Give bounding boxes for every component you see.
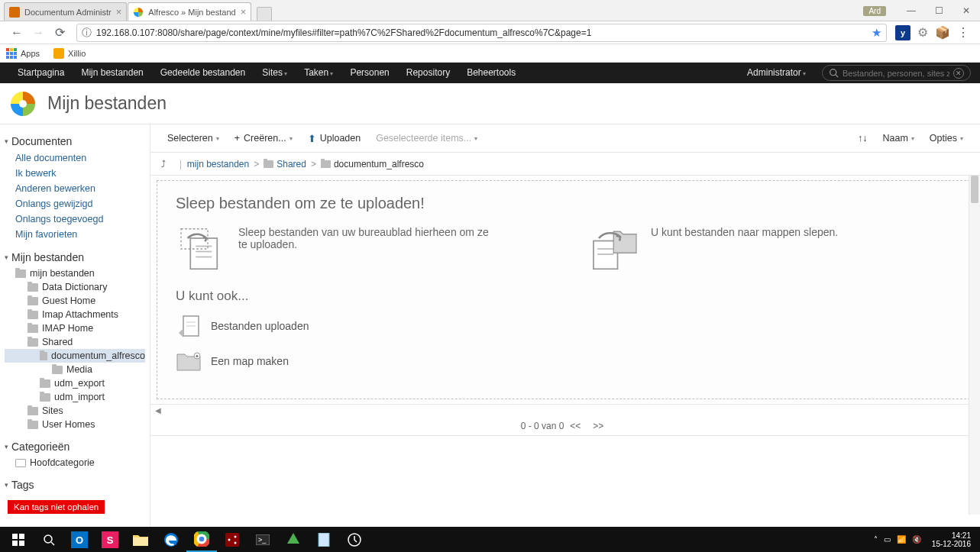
create-folder-action[interactable]: ✦ Een map maken [176, 350, 955, 373]
tree-folder[interactable]: documentum_alfresco [5, 349, 145, 363]
tree-folder[interactable]: User Homes [5, 418, 145, 431]
nav-mijn-bestanden[interactable]: Mijn bestanden [73, 63, 151, 83]
clock[interactable]: 14:21 15-12-2016 [932, 531, 971, 548]
sidebar-link[interactable]: Alle documenten [5, 150, 145, 166]
svg-point-40 [234, 541, 237, 544]
extension-icon[interactable]: ⚙ [915, 25, 930, 40]
tree-folder[interactable]: udm_import [5, 390, 145, 404]
bookmark-item[interactable]: Xillio [53, 48, 86, 59]
section-documenten[interactable]: Documenten [5, 135, 145, 147]
nav-taken[interactable]: Taken [296, 63, 341, 84]
apps-label: Apps [21, 49, 40, 58]
options-button[interactable]: Opties [922, 133, 971, 144]
url-field[interactable]: ⓘ 192.168.0.107:8080/share/page/context/… [76, 24, 887, 42]
tray-chevron-icon[interactable]: ˄ [874, 535, 878, 544]
apps-button[interactable]: Apps [6, 48, 40, 59]
task-chrome-icon[interactable] [186, 527, 217, 552]
tab-title: Documentum Administr [24, 8, 112, 17]
tab-close-icon[interactable]: × [116, 6, 122, 18]
nav-sites[interactable]: Sites [254, 63, 296, 84]
task-explorer-icon[interactable] [125, 527, 156, 552]
tree-folder[interactable]: udm_export [5, 376, 145, 390]
nav-startpagina[interactable]: Startpagina [9, 63, 73, 83]
task-search-button[interactable] [34, 527, 64, 552]
section-categorieen[interactable]: Categorieën [5, 441, 145, 453]
nav-personen[interactable]: Personen [341, 63, 397, 83]
sort-name-button[interactable]: Naam [875, 133, 922, 144]
extension-icon[interactable]: 📦 [935, 25, 950, 40]
tray-volume-icon[interactable]: 🔇 [912, 535, 921, 544]
window-minimize-button[interactable]: — [898, 2, 925, 19]
back-button[interactable]: ← [8, 24, 26, 42]
horizontal-scrollbar[interactable]: ◀ ▶ [150, 404, 980, 416]
sidebar-link[interactable]: Mijn favorieten [5, 227, 145, 242]
sort-direction-button[interactable]: ↑↓ [850, 133, 875, 144]
task-outlook-icon[interactable]: O [64, 527, 95, 552]
nav-beheertools[interactable]: Beheertools [458, 63, 524, 83]
window-maximize-button[interactable]: ☐ [925, 2, 953, 19]
sidebar-link[interactable]: Ik bewerk [5, 166, 145, 181]
site-info-icon[interactable]: ⓘ [82, 26, 92, 40]
bookmark-star-icon[interactable]: ★ [872, 26, 881, 40]
browser-tab[interactable]: Alfresco » Mijn bestand × [128, 2, 251, 21]
upload-files-action[interactable]: Bestanden uploaden [176, 313, 955, 339]
new-tab-button[interactable] [257, 7, 272, 21]
search-clear-icon[interactable]: ✕ [953, 68, 964, 79]
reload-button[interactable]: ⟳ [50, 24, 69, 42]
svg-rect-37 [225, 533, 239, 547]
breadcrumb-item[interactable]: Shared [277, 159, 306, 169]
page-prev-button[interactable]: << [570, 421, 581, 431]
sidebar-link[interactable]: Anderen bewerken [5, 181, 145, 196]
vertical-scrollbar[interactable] [969, 176, 980, 515]
scroll-left-icon[interactable]: ◀ [155, 406, 161, 415]
section-mijn-bestanden[interactable]: Mijn bestanden [5, 251, 145, 263]
task-edge-icon[interactable] [156, 527, 186, 552]
tree-folder[interactable]: mijn bestanden [5, 266, 145, 280]
page-next-button[interactable]: >> [593, 421, 603, 431]
sidebar-link[interactable]: Onlangs gewijzigd [5, 196, 145, 211]
task-terminal-icon[interactable]: >_ [247, 527, 278, 552]
forward-button[interactable]: → [29, 24, 47, 42]
tree-folder[interactable]: Guest Home [5, 294, 145, 308]
breadcrumb-up-icon[interactable]: ⤴ [161, 159, 166, 169]
selected-items-button[interactable]: Geselecteerde items... [368, 133, 485, 144]
browser-menu-button[interactable]: ⋮ [954, 24, 972, 42]
category-item[interactable]: Hoofdcategorie [5, 456, 145, 470]
tray-network-icon[interactable]: 📶 [897, 535, 906, 544]
folder-icon [321, 160, 331, 168]
extension-yammer-icon[interactable]: y [895, 25, 910, 40]
sidebar-link[interactable]: Onlangs toegevoegd [5, 211, 145, 227]
create-button[interactable]: +Creëren... [227, 133, 300, 144]
dropzone-desc: U kunt bestanden naar mappen slepen. [651, 226, 838, 238]
search-input[interactable] [843, 69, 949, 78]
nav-repository[interactable]: Repository [398, 63, 458, 83]
tree-folder[interactable]: Media [5, 363, 145, 376]
tree-folder[interactable]: Shared [5, 335, 145, 349]
upload-button[interactable]: ⬆Uploaden [300, 133, 369, 144]
nav-user-menu[interactable]: Administrator [739, 63, 814, 84]
scrollbar-thumb[interactable] [971, 176, 978, 203]
window-close-button[interactable]: ✕ [953, 2, 980, 19]
tree-folder[interactable]: Data Dictionary [5, 280, 145, 294]
alfresco-logo-icon [9, 90, 37, 118]
start-button[interactable] [3, 527, 34, 552]
tree-folder[interactable]: Imap Attachments [5, 308, 145, 321]
browser-tab-strip: Documentum Administr × Alfresco » Mijn b… [0, 0, 980, 21]
tree-folder[interactable]: Sites [5, 404, 145, 418]
section-tags[interactable]: Tags [5, 479, 145, 491]
upload-dropzone[interactable]: Sleep bestanden om ze te uploaden! Sleep… [157, 180, 974, 399]
nav-gedeelde-bestanden[interactable]: Gedeelde bestanden [152, 63, 254, 83]
upload-icon: ⬆ [308, 133, 316, 144]
task-app-icon[interactable] [339, 527, 370, 552]
breadcrumb-item[interactable]: mijn bestanden [187, 159, 249, 169]
task-app-icon[interactable] [278, 527, 309, 552]
tray-battery-icon[interactable]: ▭ [884, 535, 891, 544]
browser-tab[interactable]: Documentum Administr × [4, 2, 127, 21]
chrome-user-badge[interactable]: Ard [863, 6, 886, 16]
tree-folder[interactable]: IMAP Home [5, 321, 145, 335]
task-notepad-icon[interactable] [309, 527, 339, 552]
tab-close-icon[interactable]: × [241, 6, 247, 18]
select-button[interactable]: Selecteren [160, 133, 227, 144]
task-app-icon[interactable] [217, 527, 247, 552]
task-app-icon[interactable]: S [95, 527, 125, 552]
